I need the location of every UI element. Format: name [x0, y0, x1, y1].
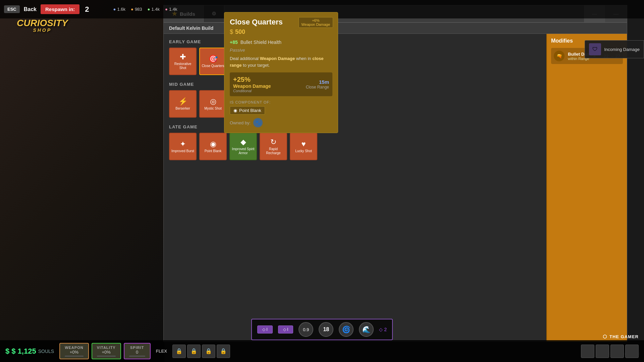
component-name: Point Blank [239, 108, 261, 113]
ability-slot-4[interactable] [625, 345, 639, 358]
mini-hud: ◇ I ◇ I 0.9 18 🌀 🌊 ◇ 2 [251, 319, 393, 340]
bonus-left: +25% Weapon Damage Conditional [233, 76, 271, 93]
late-game-items: ✦ Improved Burst ◉ Point Blank ◆ Improve… [169, 133, 541, 160]
mini-icon-ability2: 🌊 [359, 322, 374, 337]
owned-row: Owned by: 🐾 [230, 118, 332, 127]
branding: ⬡ THE GAMER [603, 334, 639, 339]
tooltip-desc-bold1: Weapon Damage [260, 56, 295, 61]
spirit-stat-box[interactable]: SPIRIT 0 [124, 343, 151, 359]
vitality-stat-box[interactable]: VITALITY +0% [92, 343, 121, 359]
flex-slot-4[interactable]: 🔒 [217, 345, 230, 358]
lucky-shot-icon: ♥ [301, 140, 306, 148]
flex-slots: 🔒 🔒 🔒 🔒 [172, 345, 230, 358]
flex-slot-1[interactable]: 🔒 [172, 345, 186, 358]
esc-button[interactable]: ESC [4, 5, 20, 13]
souls-display: $ $ 1,125 SOULS [5, 347, 54, 356]
shop-logo: CURIOSITY SHOP [17, 18, 68, 33]
resource-3: ● 1.4k [148, 7, 160, 12]
flex-slot-2[interactable]: 🔒 [187, 345, 201, 358]
item-improved-spirit-armor[interactable]: ◆ Improved Spirit Armor [229, 133, 257, 160]
improved-burst-icon: ✦ [180, 140, 186, 148]
item-point-blank[interactable]: ◉ Point Blank [199, 133, 227, 160]
item-improved-burst[interactable]: ✦ Improved Burst [169, 133, 197, 160]
component-section: IS COMPONENT OF: ◉ Point Blank [230, 100, 332, 115]
souls-value: $ 1,125 [11, 347, 36, 356]
incoming-label: Incoming Damage [604, 47, 640, 52]
tooltip-stat-row: +85 Bullet Shield Health [230, 40, 332, 45]
content-area: Early Game ✚ Restorative Shot 🎯 Close Qu… [164, 34, 627, 342]
item-restorative-shot[interactable]: ✚ Restorative Shot [169, 48, 197, 75]
tooltip-cost: $ 500 [230, 34, 332, 36]
incoming-damage-panel: 🛡 Incoming Damage [585, 40, 644, 58]
ability-slot-1[interactable] [581, 345, 594, 358]
mini-icon-level: 18 [319, 322, 333, 337]
component-icon: ◉ [233, 108, 237, 113]
stat-boxes: WEAPON +0% VITALITY +0% SPIRIT 0 [59, 343, 151, 359]
souls-icon: $ [5, 347, 9, 356]
flex-slot-3[interactable]: 🔒 [202, 345, 215, 358]
ability-slot-2[interactable] [596, 345, 609, 358]
item-mystic-shot[interactable]: ◎ Mystic Shot [199, 90, 227, 118]
close-quarters-icon: 🎯 [209, 55, 218, 63]
item-lucky-shot[interactable]: ♥ Lucky Shot [290, 133, 317, 160]
incoming-thumbnail: 🛡 [589, 43, 601, 55]
modifiers-panel: Modifies 🔫 Bullet Damage within Range 22… [546, 34, 627, 342]
gem-counter: ◇ 2 [379, 327, 387, 332]
bonus-range: 15m Close Range [306, 79, 329, 89]
tooltip-passive: Passive [230, 48, 332, 53]
spirit-bar [129, 356, 145, 357]
mini-icon-timer: 0.9 [299, 322, 313, 337]
restorative-shot-icon: ✚ [180, 53, 186, 61]
respawn-countdown: 2 [85, 5, 89, 14]
item-close-quarters[interactable]: 🎯 Close Quarters [199, 48, 227, 75]
respawn-box: Respawn in: [41, 4, 79, 14]
main-panel: ★ Builds ⚙ — — Default Kelvin Build Earl… [163, 5, 627, 342]
lock-icon-3: 🔒 [205, 348, 212, 354]
owner-avatar: 🐾 [253, 118, 263, 127]
mini-btn-1[interactable]: ◇ I [257, 325, 273, 334]
character-background [0, 0, 164, 362]
mini-btn-2[interactable]: ◇ I [278, 325, 293, 334]
component-tag[interactable]: ◉ Point Blank [230, 106, 265, 115]
tooltip-panel: +6% Weapon Damage Close Quarters $ 500 +… [224, 34, 338, 133]
brand-name: THE GAMER [609, 334, 639, 339]
tooltip-bonus-box: +25% Weapon Damage Conditional 15m Close… [230, 72, 332, 96]
vitality-bar [97, 356, 116, 357]
modifier-icon: 🔫 [554, 51, 565, 61]
berserker-icon: ⚡ [178, 97, 187, 106]
bottom-hud: $ $ 1,125 SOULS WEAPON +0% VITALITY +0% … [0, 340, 644, 362]
souls-label: SOULS [38, 349, 54, 354]
tooltip-description: Deal additional Weapon Damage when in cl… [230, 55, 332, 68]
lock-icon-4: 🔒 [220, 348, 227, 354]
resource-4: ● 1.4k [165, 7, 177, 12]
mini-icon-ability: 🌀 [339, 322, 354, 337]
weapon-stat-box[interactable]: WEAPON +0% [59, 343, 89, 359]
rapid-recharge-icon: ↻ [270, 138, 276, 146]
lock-icon-2: 🔒 [191, 348, 197, 354]
flex-label: FLEX [156, 349, 167, 354]
ability-slot-3[interactable] [610, 345, 624, 358]
item-berserker[interactable]: ⚡ Berserker [169, 90, 197, 118]
item-rapid-recharge[interactable]: ↻ Rapid Recharge [260, 133, 287, 160]
component-of-label: IS COMPONENT OF: [230, 100, 332, 104]
resource-1: ● 1.6k [113, 7, 125, 12]
lock-icon-1: 🔒 [176, 348, 182, 354]
back-button[interactable]: Back [24, 6, 37, 12]
brand-logo: ⬡ [603, 334, 607, 339]
ability-slots [581, 345, 639, 358]
weapon-bar [65, 356, 84, 357]
point-blank-icon: ◉ [210, 140, 216, 148]
resource-2: ● 983 [131, 7, 142, 12]
mystic-shot-icon: ◎ [210, 97, 216, 106]
builds-section: Early Game ✚ Restorative Shot 🎯 Close Qu… [164, 34, 546, 342]
improved-spirit-armor-icon: ◆ [240, 138, 246, 146]
